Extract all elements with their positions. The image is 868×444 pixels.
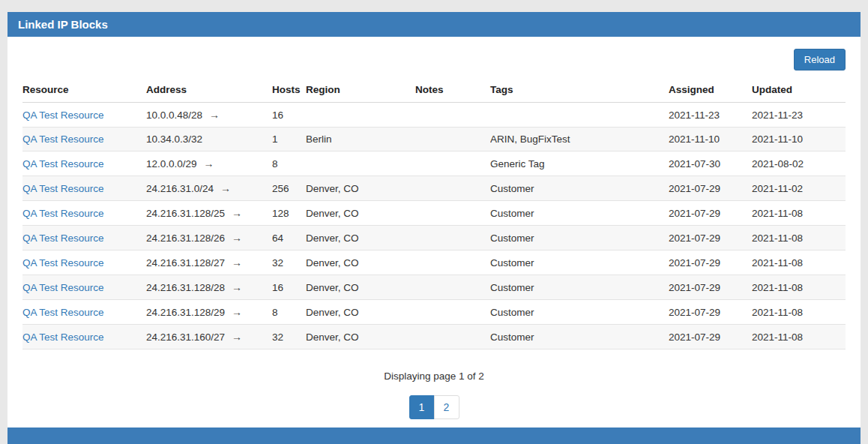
arrow-right-icon[interactable]: → <box>204 158 214 170</box>
cell-assigned: 2021-11-23 <box>669 103 752 128</box>
cell-hosts: 128 <box>272 201 306 226</box>
arrow-right-icon[interactable]: → <box>232 232 242 244</box>
cell-hosts: 16 <box>272 103 306 128</box>
cell-hosts: 32 <box>272 250 306 275</box>
page-button-2[interactable]: 2 <box>434 395 459 419</box>
cell-region: Denver, CO <box>306 325 415 350</box>
cell-assigned: 2021-07-29 <box>669 300 752 325</box>
arrow-right-icon[interactable]: → <box>220 182 231 194</box>
cell-updated: 2021-11-08 <box>752 201 846 226</box>
cell-region: Denver, CO <box>306 275 415 300</box>
cell-updated: 2021-11-10 <box>752 128 846 152</box>
cell-assigned: 2021-07-29 <box>669 201 752 226</box>
arrow-right-icon[interactable]: → <box>232 331 242 343</box>
table-row: QA Test Resource 24.216.31.128/29→ 8 Den… <box>22 300 846 325</box>
arrow-right-icon[interactable]: → <box>209 109 220 121</box>
cell-notes <box>415 128 490 152</box>
cell-notes <box>415 275 490 300</box>
cell-updated: 2021-11-08 <box>752 325 846 350</box>
cell-notes <box>415 201 490 226</box>
resource-link[interactable]: QA Test Resource <box>22 332 104 343</box>
table-row: QA Test Resource 10.0.0.48/28→ 16 2021-1… <box>22 103 846 128</box>
cell-hosts: 64 <box>272 226 306 250</box>
resource-link[interactable]: QA Test Resource <box>22 183 104 194</box>
cell-hosts: 8 <box>272 152 306 176</box>
resource-link[interactable]: QA Test Resource <box>22 232 104 244</box>
ip-address-text: 24.216.31.128/28 <box>146 282 225 293</box>
cell-updated: 2021-11-23 <box>752 103 846 128</box>
panel-body: Reload Resource Address Hosts Region Not… <box>7 37 861 428</box>
cell-notes <box>415 176 490 201</box>
ip-address-text: 10.0.0.48/28 <box>146 110 202 121</box>
cell-tags: Customer <box>490 176 669 201</box>
table-row: QA Test Resource 10.34.0.3/32 1 Berlin A… <box>22 128 846 152</box>
resource-link[interactable]: QA Test Resource <box>22 257 104 268</box>
cell-notes <box>415 152 490 176</box>
resource-link[interactable]: QA Test Resource <box>22 134 104 145</box>
ip-address-text: 24.216.31.0/24 <box>146 183 214 194</box>
cell-notes <box>415 250 490 275</box>
column-header-tags: Tags <box>490 78 669 103</box>
cell-tags: ARIN, BugFixTest <box>490 128 669 152</box>
ip-address-text: 10.34.0.3/32 <box>146 134 202 145</box>
cell-assigned: 2021-07-30 <box>669 152 752 176</box>
cell-tags: Customer <box>490 275 669 300</box>
resource-link[interactable]: QA Test Resource <box>22 282 104 293</box>
cell-region <box>306 152 415 176</box>
page-button-1[interactable]: 1 <box>409 395 435 419</box>
resource-link[interactable]: QA Test Resource <box>22 110 104 121</box>
column-header-resource: Resource <box>22 78 146 103</box>
column-header-region: Region <box>306 78 415 103</box>
cell-region: Denver, CO <box>306 226 415 250</box>
linked-ip-blocks-panel: Linked IP Blocks Reload Resource Address… <box>7 12 861 444</box>
cell-region: Denver, CO <box>306 201 415 226</box>
cell-hosts: 16 <box>272 275 306 300</box>
cell-assigned: 2021-07-29 <box>669 325 752 350</box>
cell-region: Berlin <box>306 128 415 152</box>
table-row: QA Test Resource 24.216.31.160/27→ 32 De… <box>22 325 846 350</box>
pagination: 1 2 <box>409 395 459 419</box>
arrow-right-icon[interactable]: → <box>232 306 242 318</box>
ip-blocks-table: Resource Address Hosts Region Notes Tags… <box>22 78 846 350</box>
cell-notes <box>415 325 490 350</box>
arrow-right-icon[interactable]: → <box>232 207 242 219</box>
cell-region: Denver, CO <box>306 300 415 325</box>
ip-blocks-table-body: QA Test Resource 10.0.0.48/28→ 16 2021-1… <box>22 103 846 350</box>
cell-notes <box>415 226 490 250</box>
cell-updated: 2021-11-08 <box>752 275 846 300</box>
column-header-address: Address <box>146 78 272 103</box>
resource-link[interactable]: QA Test Resource <box>22 307 104 318</box>
panel-footer <box>7 428 861 444</box>
resource-link[interactable]: QA Test Resource <box>22 208 104 219</box>
cell-region <box>306 103 415 128</box>
table-row: QA Test Resource 24.216.31.128/28→ 16 De… <box>22 275 846 300</box>
cell-assigned: 2021-07-29 <box>669 275 752 300</box>
cell-tags: Customer <box>490 250 669 275</box>
cell-updated: 2021-08-02 <box>752 152 846 176</box>
panel-header: Linked IP Blocks <box>7 12 861 37</box>
table-row: QA Test Resource 24.216.31.128/25→ 128 D… <box>22 201 846 226</box>
cell-region: Denver, CO <box>306 176 415 201</box>
cell-assigned: 2021-07-29 <box>669 176 752 201</box>
cell-tags: Customer <box>490 300 669 325</box>
cell-hosts: 8 <box>272 300 306 325</box>
cell-tags: Customer <box>490 226 669 250</box>
arrow-right-icon[interactable]: → <box>232 256 242 268</box>
cell-updated: 2021-11-08 <box>752 300 846 325</box>
column-header-updated: Updated <box>752 78 846 103</box>
cell-assigned: 2021-11-10 <box>669 128 752 152</box>
table-row: QA Test Resource 12.0.0.0/29→ 8 Generic … <box>22 152 846 176</box>
cell-assigned: 2021-07-29 <box>669 226 752 250</box>
column-header-notes: Notes <box>415 78 490 103</box>
arrow-right-icon[interactable]: → <box>232 281 242 293</box>
reload-button[interactable]: Reload <box>794 49 846 70</box>
panel-title: Linked IP Blocks <box>18 18 108 31</box>
cell-tags: Customer <box>490 325 669 350</box>
column-header-hosts: Hosts <box>272 78 306 103</box>
ip-address-text: 24.216.31.128/26 <box>146 232 225 244</box>
cell-notes <box>415 300 490 325</box>
cell-notes <box>415 103 490 128</box>
resource-link[interactable]: QA Test Resource <box>22 158 104 170</box>
ip-address-text: 24.216.31.128/27 <box>146 257 225 268</box>
cell-hosts: 32 <box>272 325 306 350</box>
